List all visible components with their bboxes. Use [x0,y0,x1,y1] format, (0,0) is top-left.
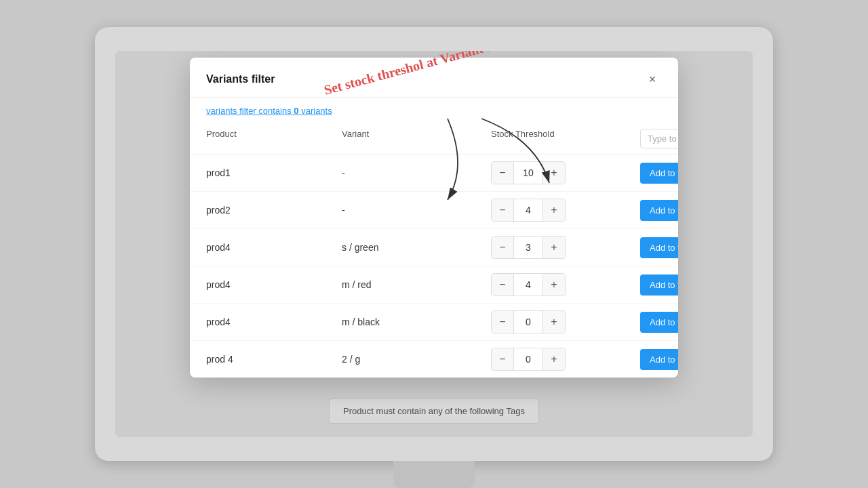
add-to-filter-button[interactable]: Add to filter [640,312,678,333]
product-cell: prod4 [206,279,342,290]
decrement-button[interactable]: − [492,199,513,221]
stepper-value: 4 [513,274,543,296]
col-product-header: Product [206,129,342,148]
close-button[interactable]: × [643,70,662,89]
variant-cell: - [342,205,491,216]
filter-link-text: variants filter contains [206,106,294,116]
modal-header: Variants filter × [190,58,678,98]
increment-button[interactable]: + [543,199,565,221]
stock-stepper: − 0 + [491,348,566,371]
stepper-value: 3 [513,237,543,258]
stock-stepper: − 0 + [491,310,566,333]
increment-button[interactable]: + [543,311,565,333]
stepper-value: 10 [513,162,543,184]
col-variant-header: Variant [342,129,491,148]
modal-title: Variants filter [206,73,275,85]
product-cell: prod 4 [206,354,342,365]
monitor-stand [393,461,475,488]
table-row: prod2 - − 4 + Add to filter [190,192,678,229]
variant-cell: - [342,167,491,178]
stock-stepper: − 3 + [491,236,566,259]
add-to-filter-button[interactable]: Add to filter [640,274,678,296]
stepper-value: 0 [513,311,543,333]
variant-cell: m / black [342,317,491,327]
search-col [640,129,678,148]
table-row: prod 4 2 / g − 0 + Add to filter [190,341,678,378]
table-row: prod4 s / green − 3 + Add to filter [190,229,678,266]
add-to-filter-button[interactable]: Add to filter [640,349,678,370]
stepper-value: 4 [513,199,543,221]
screen: Product must contain any of the followin… [115,51,753,437]
product-cell: prod4 [206,242,342,253]
decrement-button[interactable]: − [492,311,513,333]
increment-button[interactable]: + [543,162,565,184]
variants-filter-modal: Variants filter × variants filter contai… [190,58,678,378]
filter-link-suffix: variants [299,106,332,116]
add-to-filter-button[interactable]: Add to filter [640,200,678,221]
search-variants-input[interactable] [640,129,678,148]
monitor: Product must contain any of the followin… [95,27,773,461]
variant-cell: s / green [342,242,491,253]
modal-overlay: Variants filter × variants filter contai… [115,51,753,437]
table-body: prod1 - − 10 + Add to filter prod2 - − 4… [190,155,678,378]
add-to-filter-button[interactable]: Add to filter [640,237,678,258]
table-header: Product Variant Stock Threshold [190,123,678,155]
increment-button[interactable]: + [543,274,565,296]
modal-subheader: variants filter contains 0 variants [190,98,678,123]
stock-stepper: − 4 + [491,273,566,296]
decrement-button[interactable]: − [492,274,513,296]
product-cell: prod2 [206,205,342,216]
filter-count: 0 [294,106,298,116]
stock-stepper: − 4 + [491,199,566,222]
product-cell: prod1 [206,167,342,178]
product-cell: prod4 [206,317,342,327]
add-to-filter-button[interactable]: Add to filter [640,163,678,184]
stock-stepper: − 10 + [491,161,566,184]
decrement-button[interactable]: − [492,348,513,370]
decrement-button[interactable]: − [492,162,513,184]
stepper-value: 0 [513,348,543,370]
variant-cell: 2 / g [342,354,491,365]
decrement-button[interactable]: − [492,237,513,258]
variant-cell: m / red [342,279,491,290]
increment-button[interactable]: + [543,348,565,370]
table-row: prod1 - − 10 + Add to filter [190,155,678,192]
table-row: prod4 m / red − 4 + Add to filter [190,266,678,304]
increment-button[interactable]: + [543,237,565,258]
col-stock-header: Stock Threshold [491,129,640,148]
filter-link[interactable]: variants filter contains 0 variants [206,106,332,116]
table-row: prod4 m / black − 0 + Add to filter [190,304,678,341]
